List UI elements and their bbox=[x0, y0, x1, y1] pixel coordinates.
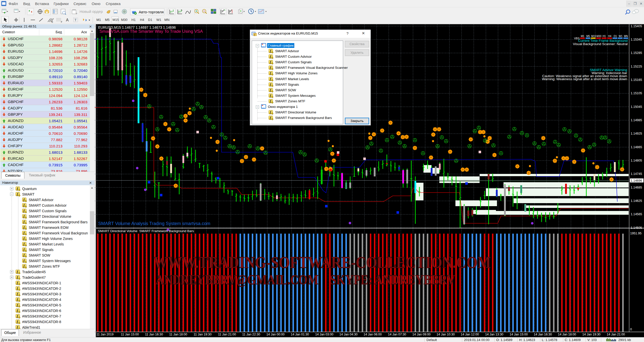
svg-text:14 Jan 12:00: 14 Jan 12:00 bbox=[461, 333, 479, 336]
svg-text:Visual Background Scanner: Neu: Visual Background Scanner: Neutral bbox=[573, 42, 628, 46]
svg-text:1.14925: 1.14925 bbox=[631, 132, 642, 135]
svg-text:+: + bbox=[76, 12, 78, 15]
svg-text:14 Jan 07:30: 14 Jan 07:30 bbox=[388, 333, 406, 336]
svg-text:11 Jan 16:30: 11 Jan 16:30 bbox=[145, 333, 163, 336]
svg-text:14 Jan 15:00: 14 Jan 15:00 bbox=[510, 333, 528, 336]
svg-text:D1: D1 bbox=[614, 35, 617, 38]
svg-text:11 Jan 18:00: 11 Jan 18:00 bbox=[169, 333, 187, 336]
svg-text:14 Jan 13:30: 14 Jan 13:30 bbox=[485, 333, 503, 336]
svg-text:1.14696: 1.14696 bbox=[631, 179, 642, 182]
svg-text:14 Jan 21:00: 14 Jan 21:00 bbox=[607, 333, 625, 336]
svg-text:H1: H1 bbox=[603, 35, 606, 38]
svg-text:0: 0 bbox=[630, 328, 632, 331]
svg-text:ANDREYBBRV@GMAIL.COM SKYPE:: ANDREYBBRV@GMAIL.COM SKYPE: ANDREYBBRV bbox=[156, 272, 455, 287]
svg-text:1951.95: 1951.95 bbox=[630, 232, 641, 235]
svg-text:T: T bbox=[75, 18, 77, 22]
svg-text:14 Jan 19:30: 14 Jan 19:30 bbox=[582, 333, 600, 336]
svg-text:Warning: Weakness signal after: Warning: Weakness signal after a short t… bbox=[542, 77, 627, 81]
svg-text:11 Jan 2019: 11 Jan 2019 bbox=[96, 333, 114, 336]
svg-text:1.14865: 1.14865 bbox=[631, 145, 642, 149]
svg-text:14 Jan 03:00: 14 Jan 03:00 bbox=[315, 333, 333, 336]
svg-text:11 Jan 21:00: 11 Jan 21:00 bbox=[218, 333, 236, 336]
svg-text:1.14685: 1.14685 bbox=[631, 186, 642, 189]
svg-text:MN: MN bbox=[624, 35, 628, 38]
svg-text:1.14985: 1.14985 bbox=[631, 118, 642, 122]
svg-text:1.15225: 1.15225 bbox=[631, 65, 642, 68]
svg-text:14 Jan 06:00: 14 Jan 06:00 bbox=[364, 333, 382, 336]
svg-text:+: + bbox=[240, 9, 242, 13]
svg-text:M30: M30 bbox=[596, 35, 601, 38]
svg-text:Новый ордер: Новый ордер bbox=[80, 9, 103, 14]
svg-text:E: E bbox=[52, 21, 53, 23]
svg-text:1.15345: 1.15345 bbox=[631, 38, 642, 41]
svg-text:1.15045: 1.15045 bbox=[631, 105, 642, 109]
svg-text:1.15285: 1.15285 bbox=[631, 51, 642, 55]
svg-text:WWW.TRADING-SOFTWARE-COLLECTIO: WWW.TRADING-SOFTWARE-COLLECTION.COM bbox=[154, 253, 491, 271]
svg-text:14 Jan 04:30: 14 Jan 04:30 bbox=[339, 333, 357, 336]
svg-text:SMART Volume Analysis Trading: SMART Volume Analysis Trading System sma… bbox=[98, 221, 210, 226]
svg-text:14 Jan 00:00: 14 Jan 00:00 bbox=[266, 333, 284, 336]
svg-text:M15: M15 bbox=[591, 35, 596, 38]
svg-text:11 Jan 19:30: 11 Jan 19:30 bbox=[194, 333, 211, 336]
svg-text:1.15165: 1.15165 bbox=[631, 78, 642, 82]
svg-text:1.14805: 1.14805 bbox=[631, 159, 642, 162]
svg-text:SMART Directional Volume SMAR: SMART Directional Volume SMART Framework… bbox=[98, 229, 194, 233]
svg-text:W1: W1 bbox=[619, 35, 623, 38]
svg-text:14 Jan 16:30: 14 Jan 16:30 bbox=[534, 333, 552, 336]
svg-text:1.14505: 1.14505 bbox=[631, 226, 642, 230]
svg-text:H4: H4 bbox=[608, 35, 612, 38]
svg-text:SmartVSA.com The Smarter Way T: SmartVSA.com The Smarter Way To Trade Us… bbox=[99, 29, 203, 34]
svg-text:1.14625: 1.14625 bbox=[631, 199, 642, 203]
svg-text:A: A bbox=[66, 18, 69, 22]
svg-text:14 Jan 18:00: 14 Jan 18:00 bbox=[558, 333, 576, 336]
svg-text:1.15105: 1.15105 bbox=[631, 91, 642, 95]
svg-text:14 Jan 01:30: 14 Jan 01:30 bbox=[291, 333, 309, 336]
svg-text:+: + bbox=[4, 11, 6, 15]
svg-text:14 Jan 09:00: 14 Jan 09:00 bbox=[412, 333, 431, 336]
svg-text:14 Jan 10:30: 14 Jan 10:30 bbox=[437, 333, 455, 336]
svg-text:M1: M1 bbox=[581, 35, 584, 38]
svg-text:F: F bbox=[61, 21, 62, 23]
svg-text:11 Jan 22:30: 11 Jan 22:30 bbox=[242, 333, 260, 336]
svg-text:M5: M5 bbox=[586, 35, 590, 38]
svg-text:1.15405: 1.15405 bbox=[631, 24, 642, 28]
svg-text:1.14565: 1.14565 bbox=[631, 212, 642, 216]
svg-text:11 Jan 15:00: 11 Jan 15:00 bbox=[121, 333, 139, 336]
svg-text:1.14745: 1.14745 bbox=[631, 172, 642, 176]
